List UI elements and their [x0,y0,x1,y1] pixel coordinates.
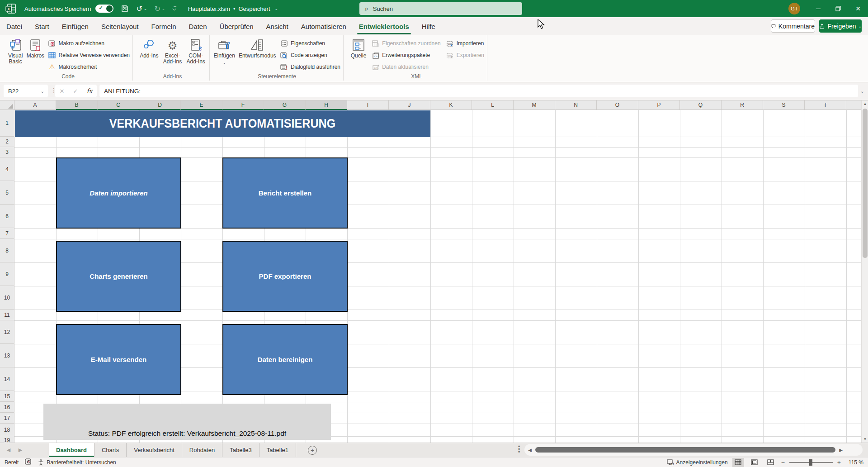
title-banner-cell[interactable]: VERKAUFSBERICHT AUTOMATISIERUNG [15,110,430,137]
column-header-Q[interactable]: Q [680,100,722,110]
horizontal-scrollbar[interactable]: ◀ ▶ [524,444,863,456]
close-button[interactable]: ✕ [848,0,868,17]
visual-basic-button[interactable]: Visual Basic [6,38,24,65]
minimize-button[interactable]: ─ [808,0,828,17]
button-charts-generieren[interactable]: Charts generieren [56,241,181,312]
zoom-slider-thumb[interactable] [809,459,812,466]
menu-hilfe[interactable]: Hilfe [415,17,442,35]
record-macro-button[interactable]: Makro aufzeichnen [48,38,130,49]
select-all-corner[interactable] [0,100,14,110]
view-code-button[interactable]: Code anzeigen [280,49,340,61]
row-header-19[interactable]: 19 [0,436,14,443]
row-header-18[interactable]: 18 [0,424,14,436]
sheet-tab-tabelle3[interactable]: Tabelle3 [222,443,259,457]
scroll-right-icon[interactable]: ▶ [835,448,846,453]
search-input[interactable]: ⌕ Suchen [359,2,522,15]
row-header-14[interactable]: 14 [0,367,14,391]
row-header-9[interactable]: 9 [0,262,14,286]
column-header-C[interactable]: C [98,100,139,110]
display-settings-button[interactable]: ⚙ Anzeigeeinstellungen [667,459,728,466]
status-cell[interactable]: Status: PDF erfolgreich erstellt: Verkau… [43,404,331,440]
menu-automatisieren[interactable]: Automatisieren [295,17,353,35]
makros-button[interactable]: Makros [26,38,44,59]
button-daten-importieren[interactable]: Daten importieren [56,157,181,229]
menu-einfuegen[interactable]: Einfügen [56,17,95,35]
zoom-level[interactable]: 115 % [845,459,863,466]
excel-addins-button[interactable]: ⚙ Excel-Add-Ins [162,38,184,65]
insert-function-icon[interactable]: fx [86,87,92,95]
avatar[interactable]: GT [788,3,800,14]
expand-formula-bar-icon[interactable]: ⌄ [860,89,864,94]
expansion-packs-button[interactable]: <> Erweiterungspakete [372,49,440,61]
relative-references-button[interactable]: Relative Verweise verwenden [48,49,130,61]
row-header-15[interactable]: 15 [0,391,14,402]
restore-button[interactable] [828,0,848,17]
source-button[interactable]: Quelle [349,38,368,59]
sheet-tab-verkaufsbericht[interactable]: Verkaufsbericht [127,443,182,457]
column-header-H[interactable]: H [306,100,347,110]
column-header-A[interactable]: A [14,100,56,110]
column-header-R[interactable]: R [722,100,763,110]
row-header-12[interactable]: 12 [0,320,14,344]
zoom-slider[interactable] [789,462,833,463]
column-header-G[interactable]: G [264,100,306,110]
addins-button[interactable]: Add-Ins [138,38,160,59]
menu-entwicklertools[interactable]: Entwicklertools [353,17,415,35]
qat-customize-icon[interactable]: ⌵̅ [172,6,176,12]
column-header-J[interactable]: J [389,100,430,110]
excel-app-icon[interactable]: X [5,3,16,14]
menu-ueberpruefen[interactable]: Überprüfen [213,17,260,35]
row-header-17[interactable]: 17 [0,413,14,424]
properties-button[interactable]: Eigenschaften [280,38,340,49]
accessibility-status[interactable]: Barrierefreiheit: Untersuchen [38,459,116,466]
sheet-tab-charts[interactable]: Charts [94,443,127,457]
normal-view-button[interactable] [732,458,744,467]
tab-scroll-left-icon[interactable]: ◀ [3,443,14,457]
column-header-N[interactable]: N [555,100,597,110]
com-addins-button[interactable]: ⚙ COM-Add-Ins [185,38,207,65]
menu-ansicht[interactable]: Ansicht [260,17,295,35]
zoom-out-button[interactable]: − [781,459,785,466]
row-header-1[interactable]: 1 [0,110,14,137]
button-daten-bereinigen[interactable]: Daten bereinigen [222,324,348,395]
comments-button[interactable]: Kommentare [771,19,815,33]
scroll-left-icon[interactable]: ◀ [524,448,535,453]
column-header-K[interactable]: K [430,100,472,110]
column-header-O[interactable]: O [597,100,638,110]
autosave-toggle[interactable]: ✓ [95,5,113,13]
row-header-5[interactable]: 5 [0,181,14,205]
button-bericht-erstellen[interactable]: Bericht erstellen [222,157,348,229]
column-header-L[interactable]: L [472,100,514,110]
sheet-tab-rohdaten[interactable]: Rohdaten [182,443,222,457]
button-email-versenden[interactable]: E-Mail versenden [56,324,181,395]
column-header-F[interactable]: F [222,100,264,110]
column-header-I[interactable]: I [347,100,389,110]
macro-security-button[interactable]: ⚠ Makrosicherheit [48,61,130,73]
column-header-D[interactable]: D [139,100,181,110]
column-header-P[interactable]: P [638,100,680,110]
share-button[interactable]: Freigeben ⌄ [819,19,862,33]
row-header-8[interactable]: 8 [0,239,14,262]
row-header-6[interactable]: 6 [0,205,14,228]
tab-splitter-handle[interactable]: ••• [518,445,520,453]
run-dialog-button[interactable]: ! Dialogfeld ausführen [280,61,340,73]
vertical-scrollbar[interactable]: ▲ ▼ [861,100,868,443]
formula-input[interactable]: ANLEITUNG: [99,85,858,97]
save-icon[interactable] [121,5,129,13]
column-header-M[interactable]: M [514,100,555,110]
new-sheet-button[interactable]: + [308,446,317,455]
macro-record-icon[interactable] [25,458,32,466]
scroll-up-icon[interactable]: ▲ [862,102,868,106]
button-pdf-exportieren[interactable]: PDF exportieren [222,241,348,312]
name-box[interactable]: B22 ⌄ [4,85,48,97]
sheet-tab-tabelle1[interactable]: Tabelle1 [259,443,296,457]
row-header-2[interactable]: 2 [0,137,14,147]
menu-seitenlayout[interactable]: Seitenlayout [95,17,145,35]
scroll-down-icon[interactable]: ▼ [862,437,868,441]
menu-start[interactable]: Start [28,17,56,35]
vertical-scroll-thumb[interactable] [863,109,868,258]
row-header-16[interactable]: 16 [0,402,14,413]
column-header-S[interactable]: S [763,100,805,110]
file-name[interactable]: Hauptdatei.xlsm [188,5,230,12]
row-header-10[interactable]: 10 [0,286,14,310]
